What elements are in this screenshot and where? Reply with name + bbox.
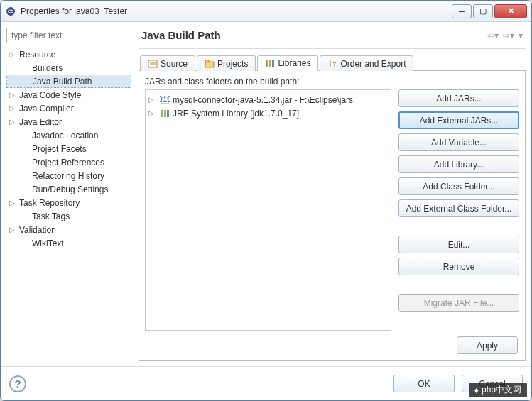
- tree-item-label: WikiText: [32, 238, 64, 248]
- expander-icon: ▷: [148, 96, 157, 104]
- tree-item[interactable]: ▷Java Compiler: [6, 101, 131, 115]
- tree-item[interactable]: Project References: [6, 155, 131, 169]
- svg-rect-14: [167, 110, 169, 117]
- libraries-body: ▷010mysql-connector-java-5.1.34.jar - F:…: [145, 89, 519, 331]
- jre-library-icon: [160, 109, 170, 119]
- button-column: Add JARs... Add External JARs... Add Var…: [398, 89, 519, 331]
- tree-item[interactable]: ▷Java Editor: [6, 115, 131, 128]
- watermark-text: php中文网: [482, 384, 521, 396]
- tree-item-label: Project Facets: [32, 144, 87, 154]
- source-icon: [148, 59, 158, 69]
- jar-file-icon: 010: [160, 95, 170, 105]
- maximize-button[interactable]: ▢: [473, 4, 493, 18]
- back-icon[interactable]: ⇦▾: [487, 31, 499, 40]
- page-title: Java Build Path: [141, 29, 221, 41]
- properties-dialog: Properties for java03_Tester ─ ▢ ✕ ▷Reso…: [0, 0, 532, 401]
- titlebar: Properties for java03_Tester ─ ▢ ✕: [1, 1, 531, 22]
- tree-item-label: Run/Debug Settings: [32, 185, 108, 194]
- tab-libraries[interactable]: Libraries: [257, 55, 318, 71]
- ok-button[interactable]: OK: [393, 375, 455, 392]
- expander-icon: ▷: [148, 109, 157, 117]
- menu-icon[interactable]: ▾: [519, 31, 523, 40]
- tree-item-label: Java Build Path: [33, 77, 92, 87]
- tree-item[interactable]: Run/Debug Settings: [6, 182, 131, 196]
- window-title: Properties for java03_Tester: [21, 6, 452, 16]
- eclipse-icon: [5, 6, 16, 17]
- tab-content-libraries: JARs and class folders on the build path…: [139, 71, 526, 361]
- tree-item[interactable]: Refactoring History: [6, 169, 131, 182]
- tree-item[interactable]: Task Tags: [6, 209, 131, 223]
- svg-text:010: 010: [160, 95, 170, 104]
- tree-item-label: Task Repository: [19, 198, 80, 208]
- svg-rect-13: [164, 110, 166, 117]
- tree-item[interactable]: ▷Java Code Style: [6, 88, 131, 101]
- jar-item-label: mysql-connector-java-5.1.34.jar - F:\Ecl…: [173, 95, 353, 105]
- tree-item-label: Refactoring History: [32, 171, 104, 181]
- add-variable-button[interactable]: Add Variable...: [398, 133, 519, 151]
- spacer: [398, 221, 519, 231]
- tree-item[interactable]: Builders: [6, 61, 131, 75]
- tab-label: Source: [161, 59, 188, 69]
- order-icon: [327, 59, 337, 69]
- tree-item-label: Java Editor: [19, 117, 62, 127]
- sidebar: ▷ResourceBuildersJava Build Path▷Java Co…: [6, 28, 131, 361]
- libraries-heading: JARs and class folders on the build path…: [145, 77, 519, 87]
- expander-icon: ▷: [9, 104, 19, 112]
- dialog-body: ▷ResourceBuildersJava Build Path▷Java Co…: [1, 22, 531, 366]
- tree-item[interactable]: ▷Validation: [6, 223, 131, 236]
- tab-label: Projects: [217, 59, 248, 69]
- apply-row: Apply: [145, 331, 519, 354]
- tree-item-label: Validation: [19, 225, 56, 235]
- libraries-icon: [265, 58, 275, 68]
- tab-projects[interactable]: Projects: [197, 55, 256, 71]
- jar-item[interactable]: ▷JRE System Library [jdk1.7.0_17]: [148, 106, 388, 120]
- tab-bar: SourceProjectsLibrariesOrder and Export: [139, 55, 526, 71]
- spacer: [398, 280, 519, 290]
- svg-rect-7: [266, 60, 268, 67]
- expander-icon: ▷: [9, 199, 19, 207]
- tree-item[interactable]: Project Facets: [6, 142, 131, 155]
- svg-rect-6: [205, 60, 209, 62]
- tree-item[interactable]: WikiText: [6, 236, 131, 250]
- add-external-jars-button[interactable]: Add External JARs...: [398, 111, 519, 129]
- tree-item-label: Builders: [32, 63, 63, 73]
- php-logo-icon: ♦: [474, 385, 479, 395]
- window-controls: ─ ▢ ✕: [452, 4, 527, 18]
- tab-source[interactable]: Source: [140, 55, 195, 71]
- watermark: ♦ php中文网: [469, 383, 527, 397]
- nav-arrows: ⇦▾ ⇨▾ ▾: [487, 31, 523, 40]
- tree-item[interactable]: ▷Task Repository: [6, 196, 131, 209]
- tree-item[interactable]: Javadoc Location: [6, 128, 131, 142]
- help-icon[interactable]: ?: [9, 375, 26, 392]
- filter-input[interactable]: [6, 28, 131, 43]
- svg-rect-8: [269, 60, 271, 67]
- tree-item-label: Resource: [19, 50, 55, 60]
- tree-item[interactable]: ▷Resource: [6, 48, 131, 61]
- expander-icon: ▷: [9, 91, 19, 99]
- remove-button[interactable]: Remove: [398, 258, 519, 275]
- forward-icon[interactable]: ⇨▾: [503, 31, 514, 40]
- add-external-class-folder-button[interactable]: Add External Class Folder...: [398, 199, 519, 217]
- expander-icon: ▷: [9, 118, 19, 126]
- migrate-jar-button: Migrate JAR File...: [398, 294, 519, 312]
- apply-button[interactable]: Apply: [457, 336, 518, 354]
- category-tree[interactable]: ▷ResourceBuildersJava Build Path▷Java Co…: [6, 48, 131, 361]
- minimize-button[interactable]: ─: [452, 4, 472, 18]
- jar-list[interactable]: ▷010mysql-connector-java-5.1.34.jar - F:…: [145, 89, 391, 331]
- jar-item[interactable]: ▷010mysql-connector-java-5.1.34.jar - F:…: [148, 93, 388, 106]
- edit-button[interactable]: Edit...: [398, 236, 519, 253]
- dialog-footer: ? OK Cancel: [1, 366, 531, 400]
- add-class-folder-button[interactable]: Add Class Folder...: [398, 177, 519, 195]
- close-button[interactable]: ✕: [494, 4, 527, 18]
- jar-item-label: JRE System Library [jdk1.7.0_17]: [173, 109, 299, 119]
- add-library-button[interactable]: Add Library...: [398, 155, 519, 173]
- tree-item-label: Java Compiler: [19, 104, 74, 114]
- svg-rect-12: [161, 110, 163, 117]
- svg-rect-9: [272, 60, 274, 67]
- add-jars-button[interactable]: Add JARs...: [398, 89, 519, 107]
- tree-item-label: Project References: [32, 158, 104, 167]
- tree-item-label: Javadoc Location: [32, 131, 98, 141]
- tab-order-and-export[interactable]: Order and Export: [320, 55, 413, 71]
- projects-icon: [205, 59, 215, 69]
- tree-item[interactable]: Java Build Path: [6, 75, 131, 88]
